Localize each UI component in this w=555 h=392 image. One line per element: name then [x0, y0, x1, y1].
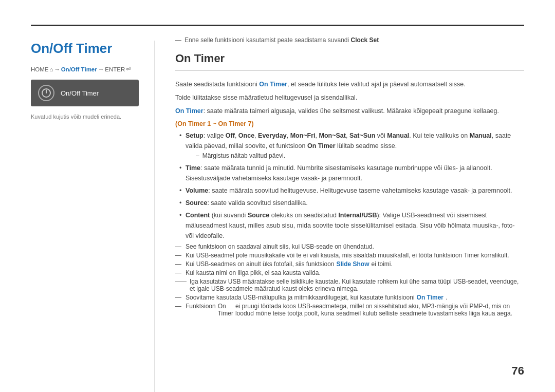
menu-box: On/Off Timer — [31, 80, 139, 106]
enter-icon: ⏎ — [126, 66, 131, 72]
breadcrumb-arrow1: → — [54, 66, 60, 72]
sidebar-note: Kuvatud kujutis võib mudeli erineda. — [31, 114, 139, 120]
menu-item-label: On/Off Timer — [61, 89, 99, 97]
main-content: Enne selle funktsiooni kasutamist peate … — [155, 26, 524, 392]
list-item-setup: Setup: valige Off, Once, Everyday, Mon~F… — [179, 130, 524, 161]
sat-sun-option: Sat~Sun — [349, 132, 375, 139]
sub-note-days: Märgistus näitab valitud päevi. — [196, 151, 524, 161]
breadcrumb-arrow2: → — [98, 66, 104, 72]
sidebar: On/Off Timer HOME ⌂ → On/Off Timer → ENT… — [31, 26, 154, 392]
enter-label: ENTER — [105, 66, 125, 72]
source-ref: Source — [248, 212, 269, 219]
dash-note-7: Funktsioon On Timer ei pruugi töötada ko… — [175, 303, 524, 317]
on-timer-ref2: On Timer — [175, 107, 203, 115]
clock-set-label: Clock Set — [351, 36, 379, 44]
dash-note-3: Kui USB-seadmes on ainult üks fotofail, … — [175, 260, 524, 268]
internal-usb-ref: Internal/USB — [338, 212, 377, 219]
timer-range-note: (On Timer 1 ~ On Timer 7) — [175, 120, 524, 127]
prereq-text: Enne selle funktsiooni kasutamist peate … — [184, 36, 379, 44]
dash-note-2: Kui USB-seadmel pole muusikakaile või te… — [175, 252, 524, 259]
on-timer-ref1: On Timer — [259, 81, 287, 88]
page-number: 76 — [512, 364, 524, 378]
on-timer-ref3: On Timer — [307, 142, 336, 150]
on-timer-ref5: On Timer — [218, 303, 233, 317]
home-icon: ⌂ — [50, 66, 53, 72]
list-item-content: Content (kui suvandi Source olekuks on s… — [179, 210, 524, 241]
dash-note-5: Iga kasutatav USB määratakse selle isikl… — [175, 278, 524, 292]
intro-para1: Saate seadistada funktsiooni On Timer, e… — [175, 79, 524, 89]
list-item-time: Time: saate määrata tunnid ja minutid. N… — [179, 163, 524, 183]
main-title: On Timer — [175, 52, 524, 71]
mon-fri-option: Mon~Fri — [290, 132, 316, 139]
on-timer-ref4: On Timer — [417, 294, 443, 301]
dash-note-1: See funktsioon on saadaval ainult siis, … — [175, 243, 524, 250]
sidebar-title: On/Off Timer — [31, 41, 139, 57]
manual-ref: Manual — [470, 132, 492, 139]
breadcrumb: HOME ⌂ → On/Off Timer → ENTER ⏎ — [31, 66, 139, 72]
time-label: Time — [186, 164, 200, 172]
intro-para2: Toide lülitatakse sisse määratletud heli… — [175, 92, 524, 103]
everyday-option: Everyday — [258, 132, 287, 139]
manual-option: Manual — [387, 132, 409, 139]
feature-list: Setup: valige Off, Once, Everyday, Mon~F… — [175, 130, 524, 241]
breadcrumb-highlight[interactable]: On/Off Timer — [61, 66, 97, 72]
prereq-note: Enne selle funktsiooni kasutamist peate … — [175, 36, 524, 44]
setup-label: Setup — [186, 132, 203, 139]
dash-note-6: Soovitame kasutada USB-mälupulka ja mitm… — [175, 294, 524, 301]
list-item-source: Source: saate valida soovitud sisendalli… — [179, 198, 524, 208]
off-option: Off — [226, 132, 235, 139]
mon-sat-option: Mon~Sat — [319, 132, 346, 139]
timer-icon — [38, 85, 54, 101]
dash-note-4: Kui kausta nimi on liiga pikk, ei saa ka… — [175, 269, 524, 276]
list-item-volume: Volume: saate määrata soovitud helitugev… — [179, 185, 524, 196]
content-label: Content — [186, 212, 210, 219]
volume-label: Volume — [186, 187, 208, 194]
home-label: HOME — [31, 66, 49, 72]
clock-face — [42, 88, 51, 98]
intro-para3: On Timer: saate määrata taimeri algusaja… — [175, 106, 524, 116]
once-option: Once — [238, 132, 254, 139]
slide-show-ref: Slide Show — [336, 260, 369, 268]
source-label: Source — [186, 199, 207, 207]
